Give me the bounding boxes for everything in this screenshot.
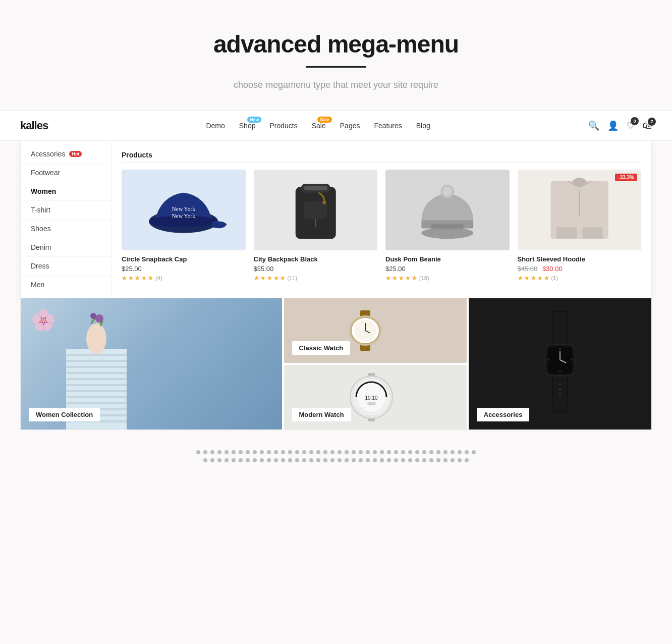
dot	[267, 450, 271, 454]
classic-watch-label: Classic Watch	[292, 341, 351, 355]
svg-rect-26	[66, 378, 127, 380]
dot	[465, 450, 469, 454]
dot	[401, 450, 405, 454]
sidebar-item-shoes[interactable]: Shoes	[21, 220, 111, 238]
svg-rect-28	[66, 390, 127, 392]
svg-rect-29	[66, 396, 127, 398]
product-image-hoodie: -33.3%	[518, 170, 642, 250]
product-card-backpack[interactable]: City Backpack Black $55.00 ★ ★ ★ ★ ★ (11…	[254, 170, 378, 282]
mega-menu-products: Products New York New York Circle Snapba…	[111, 141, 651, 298]
dot	[295, 458, 299, 462]
svg-rect-15	[431, 228, 464, 229]
dot	[302, 450, 306, 454]
dot	[210, 458, 214, 462]
product-stars-cap: ★ ★ ★ ★ ★ (4)	[122, 275, 246, 282]
mega-menu-sidebar: Acessories Hot Footwear Women T-shirt Sh…	[21, 141, 111, 298]
cart-count: 7	[648, 118, 656, 126]
dot	[281, 458, 285, 462]
dot	[246, 450, 250, 454]
svg-point-36	[90, 313, 96, 319]
product-card-hoodie[interactable]: -33.3% Short Sleeved Hoodie $45.00 $30.0…	[518, 170, 642, 282]
dot	[323, 450, 327, 454]
sidebar-item-women[interactable]: Women	[21, 182, 111, 201]
wishlist-icon[interactable]: ♡ 0	[627, 120, 635, 131]
nav-menu: Demo Shop New Products Sale Sale Pages F…	[206, 122, 430, 130]
sidebar-item-denim[interactable]: Denim	[21, 238, 111, 257]
svg-point-13	[443, 187, 452, 196]
product-price-beanie: $25.00	[385, 265, 510, 273]
hero-title: advanced mega-menu	[10, 30, 662, 58]
product-stars-backpack: ★ ★ ★ ★ ★ (11)	[254, 275, 378, 282]
dot	[338, 458, 342, 462]
account-icon[interactable]: 👤	[607, 120, 619, 131]
accessories-card[interactable]: Accessories	[469, 298, 651, 430]
svg-point-61	[548, 359, 549, 361]
dot	[394, 450, 398, 454]
sidebar-item-accessories[interactable]: Acessories Hot	[21, 145, 111, 164]
cart-icon[interactable]: 🛍 7	[643, 121, 652, 131]
women-collection-label: Women Collection	[29, 408, 100, 421]
classic-watch-card[interactable]: Classic Watch	[284, 298, 467, 363]
hoodie-svg	[518, 170, 642, 250]
product-name-backpack: City Backpack Black	[254, 255, 378, 263]
product-card-cap[interactable]: New York New York Circle Snapback Cap $2…	[122, 170, 246, 282]
sidebar-label: Dress	[31, 262, 49, 270]
nav-item-features[interactable]: Features	[374, 122, 402, 130]
svg-point-54	[559, 388, 561, 390]
dot	[267, 458, 271, 462]
product-card-beanie[interactable]: Dusk Pom Beanie $25.00 ★ ★ ★ ★ ★ (18)	[385, 170, 510, 282]
dot	[443, 458, 447, 462]
nav-item-pages[interactable]: Pages	[340, 122, 360, 130]
dot	[394, 458, 398, 462]
nav-item-sale[interactable]: Sale Sale	[312, 122, 326, 130]
product-price-cap: $25.00	[122, 265, 246, 273]
dot	[225, 450, 229, 454]
dot	[380, 450, 384, 454]
dot	[345, 458, 349, 462]
dot	[380, 458, 384, 462]
flowers-decoration: 🌸	[31, 308, 56, 332]
classic-watch-svg	[345, 308, 406, 353]
svg-point-60	[559, 370, 561, 372]
svg-rect-24	[66, 366, 127, 368]
hero-section: advanced mega-menu choose megamenu type …	[0, 0, 672, 111]
dot	[225, 458, 229, 462]
watches-column: Classic Watch 10:10 40|30 Modern Watch	[284, 298, 467, 430]
sidebar-label: T-shirt	[31, 206, 50, 214]
collection-section: 🌸 Women Collection Classic Watch	[20, 298, 652, 430]
dot	[260, 458, 264, 462]
nav-item-shop[interactable]: Shop New	[239, 122, 256, 130]
new-badge: New	[247, 117, 262, 123]
nav-item-products[interactable]: Products	[269, 122, 297, 130]
svg-rect-17	[556, 227, 577, 239]
sidebar-item-dress[interactable]: Dress	[21, 257, 111, 276]
sidebar-item-men[interactable]: Men	[21, 276, 111, 294]
old-price: $45.00	[518, 265, 538, 273]
modern-watch-label: Modern Watch	[292, 408, 351, 421]
sidebar-item-tshirt[interactable]: T-shirt	[21, 201, 111, 220]
svg-point-62	[570, 359, 572, 361]
dot	[387, 450, 391, 454]
dot	[359, 458, 363, 462]
dots-row-2	[203, 458, 469, 462]
sidebar-label: Acessories	[31, 150, 65, 158]
nav-item-demo[interactable]: Demo	[206, 122, 225, 130]
wishlist-count: 0	[631, 117, 639, 125]
nav-item-blog[interactable]: Blog	[416, 122, 430, 130]
sidebar-item-footwear[interactable]: Footwear	[21, 164, 111, 182]
dot	[443, 450, 447, 454]
svg-text:New York: New York	[172, 206, 196, 212]
women-collection-card[interactable]: 🌸 Women Collection	[21, 298, 282, 430]
dot	[415, 458, 419, 462]
search-icon[interactable]: 🔍	[588, 120, 599, 131]
backpack-svg	[254, 170, 378, 250]
dot	[316, 458, 320, 462]
modern-watch-card[interactable]: 10:10 40|30 Modern Watch	[284, 365, 467, 430]
dot	[366, 458, 370, 462]
dot	[217, 450, 221, 454]
svg-rect-14	[431, 225, 464, 228]
dot	[408, 458, 412, 462]
sidebar-label: Men	[31, 281, 44, 289]
logo[interactable]: kalles	[20, 119, 48, 132]
dot	[323, 458, 327, 462]
